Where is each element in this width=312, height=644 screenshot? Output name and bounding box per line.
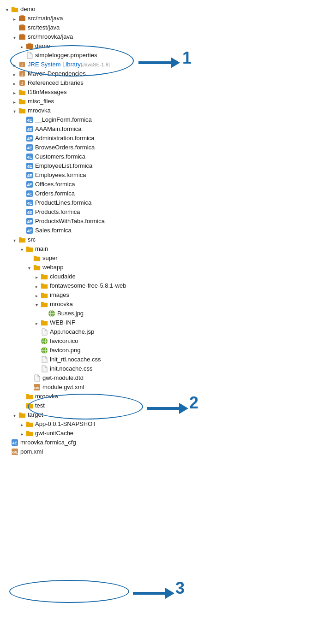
tree-item-jre-system[interactable]: JJRE System Library [JavaSE-1.8] <box>0 60 312 69</box>
tree-arrow[interactable] <box>11 61 18 68</box>
tree-arrow[interactable] <box>18 246 25 252</box>
tree-item-misc-files[interactable]: misc_files <box>0 97 312 106</box>
tree-label: target <box>28 411 43 419</box>
tree-item-demo-sub[interactable]: demo <box>0 41 312 51</box>
tree-item-employeelist[interactable]: 4EEmployeeList.formica <box>0 161 312 171</box>
tree-arrow[interactable] <box>33 292 40 298</box>
tree-arrow[interactable] <box>33 301 40 307</box>
tree-item-aaامain[interactable]: 4EAAAMain.formica <box>0 124 312 134</box>
tree-item-demo-root[interactable]: demo <box>0 5 312 14</box>
tree-label: Employees.formica <box>35 171 86 179</box>
tree-arrow[interactable] <box>11 71 18 77</box>
tree-arrow[interactable] <box>11 15 18 22</box>
tree-arrow[interactable] <box>11 412 18 418</box>
folder-icon <box>33 254 41 262</box>
image-icon <box>41 337 48 345</box>
tree-arrow[interactable] <box>33 319 40 326</box>
tree-arrow[interactable] <box>11 89 18 95</box>
tree-item-main-dir[interactable]: main <box>0 244 312 254</box>
tree-item-simplelogger[interactable]: simplelogger.properties <box>0 51 312 60</box>
tree-item-init-css[interactable]: init.nocache.css <box>0 364 312 373</box>
tree-item-productwithtabs[interactable]: 4EProductsWithTabs.formica <box>0 217 312 226</box>
tree-label: src/mroovka/java <box>28 33 73 41</box>
jsp-icon <box>41 328 48 336</box>
tree-item-orders[interactable]: 4EOrders.formica <box>0 189 312 198</box>
tree-item-fontawesome-dir[interactable]: fontawesome-free-5.8.1-web <box>0 281 312 290</box>
folder-icon <box>26 402 33 409</box>
tree-arrow[interactable] <box>11 107 18 114</box>
tree-item-src-mroovka-java[interactable]: src/mroovka/java <box>0 32 312 41</box>
tree-item-cloudaide-dir[interactable]: cloudaide <box>0 272 312 281</box>
tree-item-src-main-java[interactable]: src/main/java <box>0 14 312 23</box>
tree-item-favicon-png[interactable]: favicon.png <box>0 346 312 355</box>
tree-label: Customers.formica <box>35 153 85 161</box>
tree-label: demo <box>35 42 50 50</box>
tree-label: simplelogger.properties <box>35 51 97 59</box>
image-icon <box>48 310 55 317</box>
tree-item-browseorders[interactable]: 4EBrowseOrders.formica <box>0 143 312 152</box>
tree-item-src-dir[interactable]: src <box>0 235 312 244</box>
tree-arrow[interactable] <box>33 283 40 289</box>
formica-icon: 4E <box>26 125 33 133</box>
tree-item-loginform[interactable]: 4E__LoginForm.formica <box>0 115 312 124</box>
tree-item-mroovka-webapp[interactable]: mroovka <box>0 300 312 309</box>
tree-item-test2[interactable]: test <box>0 401 312 410</box>
formica-icon: 4E <box>26 208 33 216</box>
tree-arrow[interactable] <box>4 6 10 12</box>
tree-item-images-dir[interactable]: images <box>0 290 312 300</box>
tree-item-administration[interactable]: 4EAdministration.formica <box>0 134 312 143</box>
tree-item-gwt-unitcache[interactable]: gwt-unitCache <box>0 429 312 438</box>
tree-item-customers[interactable]: 4ECustomers.formica <box>0 152 312 161</box>
svg-rect-5 <box>20 34 24 35</box>
tree-item-maven-deps[interactable]: JMaven Dependencies <box>0 69 312 78</box>
tree-label: WEB-INF <box>50 319 75 327</box>
image-icon <box>41 347 48 354</box>
tree-item-productlines[interactable]: 4EProductLines.formica <box>0 198 312 207</box>
tree-arrow[interactable] <box>18 421 25 427</box>
tree-item-init-rtl[interactable]: init_rtl.nocache.css <box>0 355 312 364</box>
dtd-icon <box>33 374 41 382</box>
tree-arrow[interactable] <box>18 43 25 49</box>
tree-item-employees[interactable]: 4EEmployees.formica <box>0 171 312 180</box>
tree-arrow[interactable] <box>26 264 32 271</box>
tree-item-app-snapshot[interactable]: App-0.0.1-SNAPSHOT <box>0 419 312 429</box>
tree-item-src-test-java[interactable]: src/test/java <box>0 23 312 32</box>
tree-item-referenced-libs[interactable]: JReferenced Libraries <box>0 78 312 88</box>
svg-text:4E: 4E <box>27 210 32 215</box>
tree-item-favicon-ico[interactable]: favicon.ico <box>0 337 312 346</box>
tree-item-webapp-dir[interactable]: webapp <box>0 263 312 272</box>
tree-item-mroovka-formica[interactable]: 4Emroovka.formica_cfg <box>0 438 312 447</box>
tree-label: App.nocache.jsp <box>50 328 94 336</box>
tree-arrow[interactable] <box>11 34 18 40</box>
tree-item-super-dir[interactable]: super <box>0 254 312 263</box>
tree-item-i18n[interactable]: I18nMessages <box>0 88 312 97</box>
tree-label: test <box>35 402 45 410</box>
tree-arrow[interactable] <box>11 98 18 105</box>
tree-item-webinf-dir[interactable]: WEB-INF <box>0 318 312 327</box>
tree-item-pom-xml[interactable]: XMLpom.xml <box>0 447 312 456</box>
tree-arrow[interactable] <box>11 236 18 243</box>
tree-arrow[interactable] <box>11 80 18 86</box>
tree-item-target-dir[interactable]: target <box>0 410 312 419</box>
tree-item-sales[interactable]: 4ESales.formica <box>0 226 312 235</box>
tree-item-offices[interactable]: 4EOffices.formica <box>0 180 312 189</box>
svg-text:4E: 4E <box>12 441 17 445</box>
tree-item-app-nocache[interactable]: App.nocache.jsp <box>0 327 312 337</box>
folder-icon <box>41 319 48 326</box>
file-tree-wrapper: demosrc/main/javasrc/test/javasrc/mroovk… <box>0 5 312 456</box>
tree-item-gwt-dtd[interactable]: gwt-module.dtd <box>0 373 312 383</box>
tree-label: demo <box>20 5 36 13</box>
tree-item-mroovka-dir[interactable]: mroovka <box>0 106 312 115</box>
tree-arrow[interactable] <box>18 430 25 437</box>
tree-label-extra: [JavaSE-1.8] <box>81 60 110 69</box>
tree-arrow[interactable] <box>33 273 40 280</box>
tree-item-products[interactable]: 4EProducts.formica <box>0 207 312 217</box>
svg-text:4E: 4E <box>27 219 32 224</box>
tree-label: Offices.formica <box>35 180 75 189</box>
tree-label: Maven Dependencies <box>28 70 86 78</box>
tree-item-module-gwt[interactable]: XMLmodule.gwt.xml <box>0 383 312 392</box>
svg-text:4E: 4E <box>27 192 32 196</box>
tree-item-mroovka2[interactable]: mroovka <box>0 392 312 401</box>
tree-item-buses-jpg[interactable]: Buses.jpg <box>0 309 312 318</box>
formica-icon: 4E <box>26 218 33 225</box>
